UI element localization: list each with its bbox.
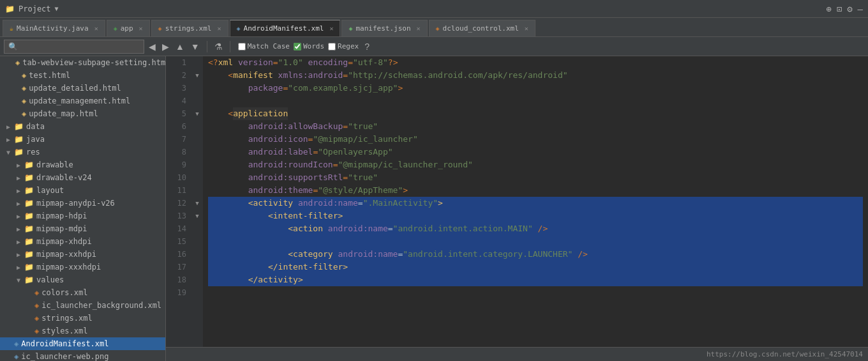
sidebar-item-ic-launcher-bg[interactable]: ◈ ic_launcher_background.xml — [0, 299, 165, 312]
help-button[interactable]: ? — [363, 42, 371, 52]
tab-mainactivity-close[interactable]: ✕ — [94, 25, 98, 32]
sidebar-item-java[interactable]: ▶ 📁 java — [0, 133, 165, 146]
syn-attr: version — [238, 56, 273, 69]
dropdown-arrow-icon[interactable]: ▼ — [55, 5, 59, 12]
gutter-19 — [191, 286, 203, 299]
gutter-5[interactable]: ▼ — [191, 107, 203, 120]
tab-app-close[interactable]: ✕ — [139, 25, 143, 32]
syn-punct: > — [403, 184, 408, 197]
tab-dcloud[interactable]: ◈ dcloud_control.xml ✕ — [429, 20, 535, 36]
syn-tag: <intent-filter> — [268, 210, 343, 222]
sidebar-item-mipmap-anydpi[interactable]: ▶ 📁 mipmap-anydpi-v26 — [0, 197, 165, 210]
minimize-icon[interactable]: — — [858, 4, 863, 14]
search-bar: 🔍 ◀ ▶ ▲ ▼ ⚗ Match Case Words Regex ? — [0, 37, 868, 56]
tab-manifestjson[interactable]: ◈ manifest.json ✕ — [341, 20, 427, 36]
folder-icon: 📁 — [24, 173, 34, 182]
sidebar-item-androidmanifest[interactable]: ◈ AndroidManifest.xml — [0, 337, 165, 350]
sidebar-item-strings[interactable]: ◈ strings.xml — [0, 312, 165, 325]
search-prev-button[interactable]: ▲ — [174, 42, 186, 52]
indent-space — [208, 133, 248, 146]
fold-icon[interactable]: ▼ — [195, 107, 198, 120]
search-icon: 🔍 — [8, 42, 18, 51]
filter-button[interactable]: ⚗ — [213, 42, 225, 52]
sidebar-item-test-html[interactable]: ◈ test.html — [0, 69, 165, 82]
regex-checkbox[interactable] — [328, 43, 336, 50]
fold-icon[interactable]: ▼ — [195, 210, 198, 222]
arrow-icon: ▼ — [15, 277, 22, 284]
match-case-option[interactable]: Match Case — [238, 42, 290, 50]
sidebar-item-tab-webview[interactable]: ◈ tab-webview-subpage-setting.html — [0, 56, 165, 69]
html-file-icon: ◈ — [22, 109, 26, 118]
code-line-10: android:supportsRtl="true" — [208, 171, 863, 184]
tab-androidmanifest-close[interactable]: ✕ — [329, 25, 333, 32]
syn-attr: android:name — [338, 248, 398, 261]
syn-text — [233, 56, 238, 69]
sidebar-item-styles[interactable]: ◈ styles.xml — [0, 325, 165, 337]
folder-icon: 📁 — [24, 275, 34, 284]
indent-space — [208, 158, 248, 171]
tab-strings[interactable]: ◈ strings.xml ✕ — [151, 20, 228, 36]
syn-text — [303, 56, 308, 69]
code-line-4 — [208, 95, 863, 107]
sidebar-item-label: tab-webview-subpage-setting.html — [22, 58, 166, 67]
sidebar-item-mipmap-xxxhdpi[interactable]: ▶ 📁 mipmap-xxxhdpi — [0, 261, 165, 273]
sidebar-item-drawable[interactable]: ▶ 📁 drawable — [0, 158, 165, 171]
folder-icon: 📁 — [14, 122, 24, 131]
sidebar-item-label: mipmap-xxxhdpi — [36, 263, 101, 272]
search-input[interactable] — [20, 42, 135, 51]
layout-icon[interactable]: ⊡ — [837, 4, 842, 14]
regex-option[interactable]: Regex — [328, 42, 359, 50]
tab-dcloud-close[interactable]: ✕ — [525, 25, 528, 32]
folder-icon: 📁 — [14, 148, 24, 157]
code-content[interactable]: <?xml version="1.0" encoding="utf-8"?> <… — [203, 56, 868, 347]
tab-strings-close[interactable]: ✕ — [217, 25, 221, 32]
words-option[interactable]: Words — [294, 42, 324, 50]
match-case-checkbox[interactable] — [238, 43, 246, 50]
syn-text — [273, 69, 278, 82]
fold-icon[interactable]: ▼ — [195, 69, 198, 82]
sidebar-item-mipmap-xhdpi[interactable]: ▶ 📁 mipmap-xhdpi — [0, 235, 165, 248]
line-number-8: 8 — [171, 146, 186, 158]
sidebar-item-data[interactable]: ▶ 📁 data — [0, 120, 165, 133]
sidebar-item-update-map[interactable]: ◈ update_map.html — [0, 107, 165, 120]
line-number-3: 3 — [171, 82, 186, 95]
sidebar-item-update-detailed[interactable]: ◈ update_detailed.html — [0, 82, 165, 95]
words-checkbox[interactable] — [294, 43, 301, 50]
add-icon[interactable]: ⊕ — [826, 4, 831, 14]
sidebar-item-layout[interactable]: ▶ 📁 layout — [0, 184, 165, 197]
sidebar-item-mipmap-mdpi[interactable]: ▶ 📁 mipmap-mdpi — [0, 222, 165, 235]
gutter-13[interactable]: ▼ — [191, 210, 203, 222]
sidebar-item-label: ic_launcher-web.png — [21, 352, 108, 361]
sidebar-item-mipmap-hdpi[interactable]: ▶ 📁 mipmap-hdpi — [0, 210, 165, 222]
sidebar-item-mipmap-xxhdpi[interactable]: ▶ 📁 mipmap-xxhdpi — [0, 248, 165, 261]
gutter-12[interactable]: ▼ — [191, 197, 203, 210]
tab-mainactivity[interactable]: ☕ MainActivity.java ✕ — [3, 20, 105, 36]
search-input-wrap[interactable]: 🔍 — [4, 40, 144, 54]
tab-androidmanifest[interactable]: ◈ AndroidManifest.xml ✕ — [230, 20, 341, 36]
sidebar-item-update-management[interactable]: ◈ update_management.html — [0, 95, 165, 107]
sidebar-item-ic-launcher-web[interactable]: ◈ ic_launcher-web.png — [0, 350, 165, 361]
html-file-icon: ◈ — [15, 58, 20, 67]
indent-space — [208, 171, 248, 184]
search-back-button[interactable]: ◀ — [147, 42, 158, 52]
gutter-2[interactable]: ▼ — [191, 69, 203, 82]
tab-app[interactable]: ◈ app ✕ — [107, 20, 150, 36]
sidebar-item-drawable-v24[interactable]: ▶ 📁 drawable-v24 — [0, 171, 165, 184]
sidebar-item-colors[interactable]: ◈ colors.xml — [0, 286, 165, 299]
gutter-16 — [191, 248, 203, 261]
syn-tag: <activity — [248, 197, 293, 210]
settings-icon[interactable]: ⚙ — [847, 4, 852, 14]
sidebar-item-values[interactable]: ▼ 📁 values — [0, 273, 165, 286]
tab-manifestjson-close[interactable]: ✕ — [417, 25, 421, 32]
search-forward-button[interactable]: ▶ — [160, 42, 171, 52]
indent-space — [208, 273, 248, 286]
sidebar-item-res[interactable]: ▼ 📁 res — [0, 146, 165, 158]
search-next-button[interactable]: ▼ — [189, 42, 202, 52]
syn-val: ".MainActivity" — [363, 197, 438, 210]
json-file-icon: ◈ — [348, 25, 352, 32]
indent-space — [208, 248, 288, 261]
syn-attr: xmlns:android — [278, 69, 343, 82]
folder-icon: 📁 — [24, 211, 34, 220]
code-editor[interactable]: 1 2 3 4 5 6 7 8 9 10 11 12 13 14 15 16 1… — [166, 56, 868, 347]
fold-icon[interactable]: ▼ — [195, 197, 198, 210]
